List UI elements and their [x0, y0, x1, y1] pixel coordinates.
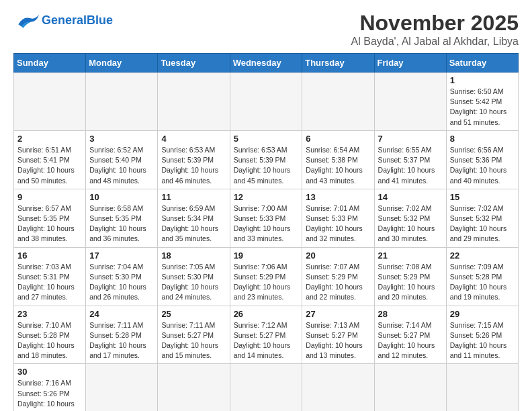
day-number: 4: [161, 134, 226, 144]
day-number: 20: [306, 250, 370, 261]
calendar-day-cell: 2Sunrise: 6:51 AMSunset: 5:41 PMDaylight…: [14, 130, 86, 189]
weekday-header-cell: Thursday: [302, 54, 374, 73]
calendar-day-cell: 14Sunrise: 7:02 AMSunset: 5:32 PMDayligh…: [374, 189, 446, 247]
calendar-day-cell: [230, 364, 302, 411]
location-title: Al Bayda', Al Jabal al Akhdar, Libya: [351, 36, 519, 48]
day-info: Sunrise: 7:04 AMSunset: 5:30 PMDaylight:…: [89, 262, 154, 303]
calendar-day-cell: 13Sunrise: 7:01 AMSunset: 5:33 PMDayligh…: [302, 189, 374, 247]
calendar-day-cell: 26Sunrise: 7:12 AMSunset: 5:27 PMDayligh…: [230, 306, 302, 364]
title-area: November 2025 Al Bayda', Al Jabal al Akh…: [351, 11, 519, 48]
day-info: Sunrise: 6:51 AMSunset: 5:41 PMDaylight:…: [17, 145, 82, 186]
day-number: 14: [378, 192, 443, 202]
calendar-day-cell: 22Sunrise: 7:09 AMSunset: 5:28 PMDayligh…: [446, 247, 518, 306]
calendar-day-cell: 17Sunrise: 7:04 AMSunset: 5:30 PMDayligh…: [86, 247, 158, 306]
day-info: Sunrise: 6:56 AMSunset: 5:36 PMDaylight:…: [450, 145, 515, 186]
calendar-day-cell: [446, 364, 518, 411]
day-number: 16: [17, 250, 82, 261]
calendar-day-cell: [86, 364, 158, 411]
day-info: Sunrise: 6:57 AMSunset: 5:35 PMDaylight:…: [17, 203, 82, 244]
day-number: 15: [450, 192, 515, 202]
calendar-day-cell: 12Sunrise: 7:00 AMSunset: 5:33 PMDayligh…: [230, 189, 302, 247]
day-number: 25: [161, 309, 226, 319]
calendar-day-cell: 18Sunrise: 7:05 AMSunset: 5:30 PMDayligh…: [158, 247, 230, 306]
day-info: Sunrise: 6:50 AMSunset: 5:42 PMDaylight:…: [450, 87, 515, 128]
calendar-day-cell: 27Sunrise: 7:13 AMSunset: 5:27 PMDayligh…: [302, 306, 374, 364]
weekday-header-cell: Saturday: [446, 54, 518, 73]
day-number: 7: [378, 134, 443, 144]
day-number: 11: [161, 192, 226, 202]
calendar-day-cell: 6Sunrise: 6:54 AMSunset: 5:38 PMDaylight…: [302, 130, 374, 189]
day-number: 28: [378, 309, 443, 319]
day-info: Sunrise: 6:59 AMSunset: 5:34 PMDaylight:…: [161, 203, 226, 244]
month-title: November 2025: [351, 11, 519, 36]
day-number: 10: [89, 192, 154, 202]
logo-text: GeneralBlue: [42, 13, 113, 27]
weekday-header-row: SundayMondayTuesdayWednesdayThursdayFrid…: [14, 54, 519, 73]
day-info: Sunrise: 7:02 AMSunset: 5:32 PMDaylight:…: [378, 203, 443, 244]
calendar-day-cell: 23Sunrise: 7:10 AMSunset: 5:28 PMDayligh…: [14, 306, 86, 364]
calendar-day-cell: [302, 364, 374, 411]
day-info: Sunrise: 6:58 AMSunset: 5:35 PMDaylight:…: [89, 203, 154, 244]
weekday-header-cell: Tuesday: [158, 54, 230, 73]
day-info: Sunrise: 7:06 AMSunset: 5:29 PMDaylight:…: [234, 262, 299, 303]
day-info: Sunrise: 7:16 AMSunset: 5:26 PMDaylight:…: [17, 378, 82, 411]
day-info: Sunrise: 7:03 AMSunset: 5:31 PMDaylight:…: [17, 262, 82, 303]
weekday-header-cell: Sunday: [14, 54, 86, 73]
day-info: Sunrise: 7:11 AMSunset: 5:28 PMDaylight:…: [89, 320, 154, 361]
weekday-header-cell: Friday: [374, 54, 446, 73]
calendar-day-cell: 9Sunrise: 6:57 AMSunset: 5:35 PMDaylight…: [14, 189, 86, 247]
day-number: 22: [450, 250, 515, 261]
calendar-day-cell: 4Sunrise: 6:53 AMSunset: 5:39 PMDaylight…: [158, 130, 230, 189]
calendar-day-cell: 7Sunrise: 6:55 AMSunset: 5:37 PMDaylight…: [374, 130, 446, 189]
day-info: Sunrise: 7:05 AMSunset: 5:30 PMDaylight:…: [161, 262, 226, 303]
day-info: Sunrise: 7:09 AMSunset: 5:28 PMDaylight:…: [450, 262, 515, 303]
calendar-day-cell: 19Sunrise: 7:06 AMSunset: 5:29 PMDayligh…: [230, 247, 302, 306]
day-info: Sunrise: 7:15 AMSunset: 5:26 PMDaylight:…: [450, 320, 515, 361]
day-number: 13: [306, 192, 370, 202]
day-number: 26: [234, 309, 299, 319]
calendar-day-cell: 11Sunrise: 6:59 AMSunset: 5:34 PMDayligh…: [158, 189, 230, 247]
calendar-day-cell: 25Sunrise: 7:11 AMSunset: 5:27 PMDayligh…: [158, 306, 230, 364]
day-number: 23: [17, 309, 82, 319]
day-info: Sunrise: 7:07 AMSunset: 5:29 PMDaylight:…: [306, 262, 370, 303]
day-number: 21: [378, 250, 443, 261]
page-header: GeneralBlue November 2025 Al Bayda', Al …: [13, 11, 519, 48]
logo-icon: [13, 11, 40, 30]
calendar-week-row: 1Sunrise: 6:50 AMSunset: 5:42 PMDaylight…: [14, 73, 519, 131]
calendar-week-row: 16Sunrise: 7:03 AMSunset: 5:31 PMDayligh…: [14, 247, 519, 306]
calendar-day-cell: [158, 73, 230, 131]
calendar-day-cell: 1Sunrise: 6:50 AMSunset: 5:42 PMDaylight…: [446, 73, 518, 131]
calendar-day-cell: 3Sunrise: 6:52 AMSunset: 5:40 PMDaylight…: [86, 130, 158, 189]
day-number: 24: [89, 309, 154, 319]
calendar-week-row: 30Sunrise: 7:16 AMSunset: 5:26 PMDayligh…: [14, 364, 519, 411]
calendar-day-cell: 21Sunrise: 7:08 AMSunset: 5:29 PMDayligh…: [374, 247, 446, 306]
day-info: Sunrise: 7:02 AMSunset: 5:32 PMDaylight:…: [450, 203, 515, 244]
calendar-day-cell: [374, 364, 446, 411]
day-number: 9: [17, 192, 82, 202]
day-number: 3: [89, 134, 154, 144]
calendar-day-cell: 20Sunrise: 7:07 AMSunset: 5:29 PMDayligh…: [302, 247, 374, 306]
day-number: 19: [234, 250, 299, 261]
day-number: 2: [17, 134, 82, 144]
day-info: Sunrise: 7:12 AMSunset: 5:27 PMDaylight:…: [234, 320, 299, 361]
day-number: 17: [89, 250, 154, 261]
calendar-day-cell: [302, 73, 374, 131]
day-number: 5: [234, 134, 299, 144]
day-info: Sunrise: 6:55 AMSunset: 5:37 PMDaylight:…: [378, 145, 443, 186]
day-info: Sunrise: 7:14 AMSunset: 5:27 PMDaylight:…: [378, 320, 443, 361]
calendar-body: 1Sunrise: 6:50 AMSunset: 5:42 PMDaylight…: [14, 73, 519, 412]
day-info: Sunrise: 7:10 AMSunset: 5:28 PMDaylight:…: [17, 320, 82, 361]
calendar-day-cell: 24Sunrise: 7:11 AMSunset: 5:28 PMDayligh…: [86, 306, 158, 364]
calendar-week-row: 23Sunrise: 7:10 AMSunset: 5:28 PMDayligh…: [14, 306, 519, 364]
day-number: 6: [306, 134, 370, 144]
day-number: 30: [17, 367, 82, 377]
calendar-day-cell: 5Sunrise: 6:53 AMSunset: 5:39 PMDaylight…: [230, 130, 302, 189]
weekday-header-cell: Wednesday: [230, 54, 302, 73]
calendar-day-cell: 29Sunrise: 7:15 AMSunset: 5:26 PMDayligh…: [446, 306, 518, 364]
day-number: 1: [450, 75, 515, 85]
day-info: Sunrise: 6:54 AMSunset: 5:38 PMDaylight:…: [306, 145, 370, 186]
day-info: Sunrise: 6:53 AMSunset: 5:39 PMDaylight:…: [234, 145, 299, 186]
day-info: Sunrise: 7:00 AMSunset: 5:33 PMDaylight:…: [234, 203, 299, 244]
calendar-day-cell: 8Sunrise: 6:56 AMSunset: 5:36 PMDaylight…: [446, 130, 518, 189]
calendar-day-cell: 30Sunrise: 7:16 AMSunset: 5:26 PMDayligh…: [14, 364, 86, 411]
